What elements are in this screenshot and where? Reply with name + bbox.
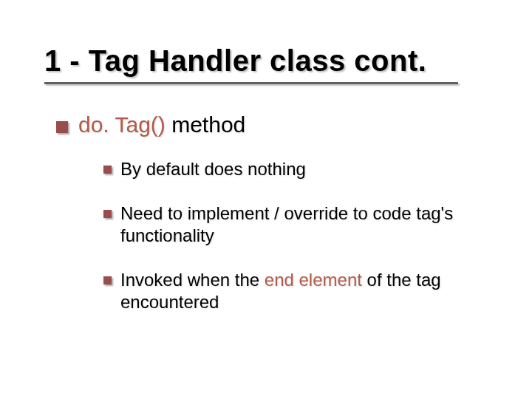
- bullet-level2: By default does nothing: [103, 158, 480, 180]
- square-bullet-icon: [56, 121, 68, 133]
- square-bullet-icon: [103, 166, 112, 174]
- bullet-level2-text: By default does nothing: [120, 158, 306, 180]
- square-bullet-icon: [103, 210, 112, 218]
- bullet-level2: Need to implement / override to code tag…: [103, 202, 480, 247]
- square-bullet-icon: [103, 276, 112, 284]
- slide: 1 - Tag Handler class cont. do. Tag() me…: [0, 0, 532, 399]
- method-suffix: method: [166, 112, 245, 137]
- method-name: do. Tag(): [78, 112, 166, 137]
- bullet-level1: do. Tag() method: [56, 112, 495, 137]
- bullet-level2-text: Invoked when the end element of the tag …: [120, 269, 480, 313]
- bullet-level2: Invoked when the end element of the tag …: [103, 269, 480, 313]
- text-pre: Invoked when the: [120, 270, 265, 290]
- bullet-level2-text: Need to implement / override to code tag…: [120, 202, 480, 247]
- slide-title: 1 - Tag Handler class cont.: [44, 44, 495, 78]
- text-accent: end element: [265, 270, 362, 290]
- title-underline: [44, 82, 458, 84]
- bullet-level1-text: do. Tag() method: [78, 112, 245, 137]
